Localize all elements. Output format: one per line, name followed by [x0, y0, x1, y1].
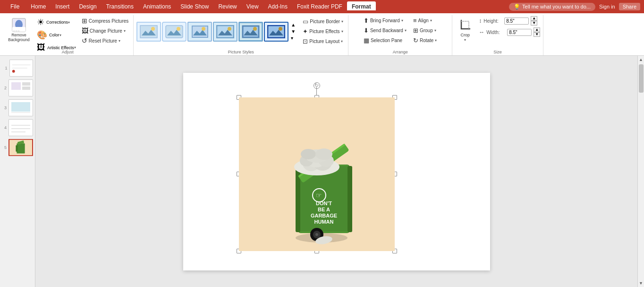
height-input[interactable] [504, 17, 529, 25]
menu-foxit[interactable]: Foxit Reader PDF [292, 1, 347, 12]
artistic-dropdown[interactable]: ▾ [74, 45, 76, 50]
slide-panel: 1 2 3 4 5 [0, 56, 35, 287]
svg-rect-21 [11, 82, 21, 90]
picture-style-5[interactable] [238, 22, 263, 42]
picture-border-button[interactable]: ▭ Picture Border ▾ [301, 17, 345, 26]
group-button[interactable]: ⊞ Group ▾ [411, 26, 439, 35]
rotate-dropdown[interactable]: ▾ [435, 38, 437, 43]
selected-image-container[interactable]: ↻ [239, 97, 395, 251]
tell-me-box[interactable]: 💡 Tell me what you want to do... [509, 3, 595, 11]
picture-styles-group: ▲ ▼ ▾ ▭ Picture Border ▾ ✦ Picture Effec… [134, 15, 348, 55]
send-backward-icon: ⬇ [364, 27, 369, 34]
scroll-down-arrow[interactable]: ▼ [638, 279, 644, 287]
group-label: Group [420, 28, 433, 33]
canvas-area: ↻ [35, 56, 637, 287]
menu-design[interactable]: Design [74, 1, 101, 12]
reset-picture-button[interactable]: ↺ Reset Picture ▾ [80, 36, 130, 45]
svg-rect-27 [9, 120, 33, 136]
share-button[interactable]: Share [619, 3, 640, 10]
menu-bar: File Home Insert Design Transitions Anim… [0, 0, 644, 13]
svg-text:DON'T: DON'T [316, 200, 332, 206]
svg-text:BE A: BE A [318, 207, 330, 212]
picture-style-1[interactable] [136, 22, 161, 42]
menu-view[interactable]: View [242, 1, 263, 12]
crop-dropdown[interactable]: ▾ [464, 38, 466, 42]
height-spin-down[interactable]: ▼ [531, 21, 537, 26]
slide-thumb-4[interactable]: 4 [2, 119, 33, 136]
reset-dropdown[interactable]: ▾ [119, 39, 120, 43]
picture-effects-button[interactable]: ✦ Picture Effects ▾ [301, 27, 345, 36]
slide-thumb-1[interactable]: 1 [2, 60, 33, 77]
bring-forward-button[interactable]: ⬆ Bring Forward ▾ [362, 16, 408, 25]
picture-style-3[interactable] [187, 22, 212, 42]
bring-forward-dropdown[interactable]: ▾ [401, 18, 403, 23]
send-backward-button[interactable]: ⬇ Send Backward ▾ [362, 26, 408, 35]
svg-point-11 [228, 27, 231, 31]
slide-thumb-3[interactable]: 3 [2, 99, 33, 116]
scroll-track[interactable] [638, 63, 644, 279]
width-spin-up[interactable]: ▲ [534, 27, 540, 32]
color-dropdown[interactable]: ▾ [59, 33, 61, 37]
change-picture-dropdown[interactable]: ▾ [124, 29, 126, 33]
menu-addins[interactable]: Add-Ins [263, 1, 292, 12]
menu-slideshow[interactable]: Slide Show [176, 1, 213, 12]
color-icon: 🎨 [37, 30, 47, 40]
menu-review[interactable]: Review [213, 1, 241, 12]
align-button[interactable]: ≡ Align ▾ [411, 16, 439, 25]
svg-rect-8 [192, 26, 208, 37]
menu-format[interactable]: Format [347, 1, 376, 12]
menu-animations[interactable]: Animations [138, 1, 176, 12]
selection-pane-button[interactable]: ▦ Selection Pane [362, 36, 408, 45]
picture-border-dropdown[interactable]: ▾ [341, 19, 343, 24]
picture-layout-dropdown[interactable]: ▾ [341, 39, 343, 43]
color-button[interactable]: 🎨 Color ▾ [35, 29, 78, 41]
remove-bg-icon: ─ ─ ─ [11, 17, 26, 33]
gallery-more-arrow[interactable]: ▾ [289, 35, 297, 41]
height-label: Height: [483, 18, 502, 24]
scroll-thumb [639, 64, 644, 93]
slide-img-4 [8, 119, 33, 136]
crop-icon [458, 17, 473, 33]
compress-label: Compress Pictures [89, 18, 128, 24]
height-spin-up[interactable]: ▲ [531, 16, 537, 21]
compress-icon: ⊞ [82, 17, 87, 25]
svg-point-19 [12, 70, 15, 73]
menu-insert[interactable]: Insert [51, 1, 74, 12]
artistic-icon: 🖼 [37, 43, 45, 52]
menu-transitions[interactable]: Transitions [102, 1, 138, 12]
gallery-down-arrow[interactable]: ▼ [289, 28, 297, 35]
rotate-button[interactable]: ↻ Rotate ▾ [411, 36, 439, 45]
picture-style-6-active[interactable] [264, 22, 288, 42]
picture-layout-button[interactable]: ⊡ Picture Layout ▾ [301, 37, 345, 46]
slide-thumb-5[interactable]: 5 [2, 139, 33, 156]
picture-effects-dropdown[interactable]: ▾ [341, 29, 343, 34]
svg-point-5 [151, 27, 155, 31]
signin-link[interactable]: Sign in [599, 4, 615, 9]
width-spin-down[interactable]: ▼ [534, 32, 540, 37]
corrections-button[interactable]: ☀ Corrections ▾ [35, 16, 78, 28]
send-backward-dropdown[interactable]: ▾ [405, 28, 407, 33]
picture-style-2[interactable] [162, 22, 186, 42]
crop-button[interactable]: Crop ▾ [455, 16, 475, 43]
picture-style-4[interactable] [213, 22, 237, 42]
group-dropdown[interactable]: ▾ [434, 28, 436, 33]
scroll-up-arrow[interactable]: ▲ [638, 56, 644, 63]
menu-home[interactable]: Home [26, 1, 51, 12]
selection-pane-icon: ▦ [364, 37, 369, 44]
artistic-label: Artistic Effects [47, 45, 74, 50]
width-input[interactable] [507, 29, 532, 36]
compress-pictures-button[interactable]: ⊞ Compress Pictures [80, 16, 130, 26]
file-menu[interactable]: File [4, 1, 26, 12]
corrections-dropdown[interactable]: ▾ [68, 20, 70, 25]
slide-img-1 [9, 60, 33, 77]
remove-background-button[interactable]: ─ ─ ─ Remove Background [5, 16, 33, 43]
change-picture-button[interactable]: 🖼 Change Picture ▾ [80, 26, 130, 35]
slide-thumb-2[interactable]: 2 [2, 79, 33, 96]
picture-effects-icon: ✦ [303, 28, 308, 35]
menu-items: Home Insert Design Transitions Animation… [26, 1, 375, 12]
svg-text:─ ─ ─: ─ ─ ─ [13, 29, 20, 32]
rotate-label: Rotate [420, 38, 433, 43]
align-dropdown[interactable]: ▾ [430, 18, 432, 23]
lightbulb-icon: 💡 [514, 4, 520, 10]
gallery-up-arrow[interactable]: ▲ [289, 22, 297, 28]
